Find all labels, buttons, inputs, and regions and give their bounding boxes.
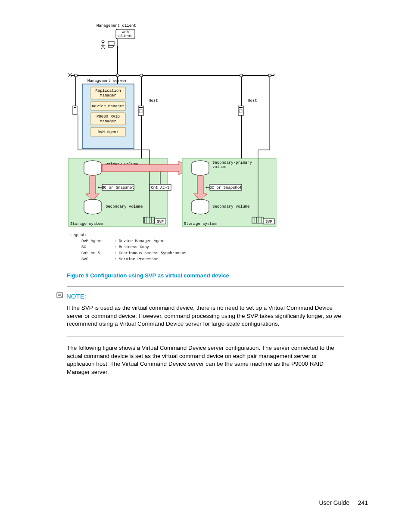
- storage-right-label: Storage system: [184, 222, 217, 226]
- svg-rect-37: [240, 109, 242, 113]
- legend-v1: : Business Copy: [114, 245, 149, 249]
- legend-v0: : Device Manager Agent: [114, 239, 165, 243]
- svg-rect-46: [143, 217, 155, 223]
- svg-text:Manager: Manager: [100, 119, 116, 124]
- sec-right-label: Secondary volume: [212, 205, 249, 209]
- legend-title: Legend:: [70, 233, 87, 237]
- figure-caption: Figure 9 Configuration using SVP as virt…: [67, 272, 411, 279]
- divider-bottom: [67, 336, 344, 336]
- note-icon: [56, 291, 64, 301]
- secprim-l2: volume: [212, 165, 226, 169]
- footer-label: User Guide: [319, 499, 349, 506]
- svg-text:Device Manager: Device Manager: [92, 104, 125, 109]
- svg-text:Manager: Manager: [100, 93, 116, 98]
- svg-text:DvM Agent: DvM Agent: [98, 130, 119, 134]
- host1-label: Host: [149, 99, 158, 103]
- svg-rect-66: [57, 292, 62, 298]
- svg-rect-31: [139, 107, 143, 108]
- svg-rect-32: [140, 109, 142, 113]
- secprim-l1: Secondary-primary: [212, 161, 252, 165]
- web-client-l2: client: [118, 34, 132, 38]
- sec-left-label: Secondary volume: [106, 205, 143, 209]
- legend-k3: SVP: [81, 257, 88, 261]
- page-footer: User Guide 241: [319, 499, 368, 506]
- svg-rect-13: [240, 74, 243, 77]
- body-paragraph: The following figure shows a Virtual Com…: [67, 344, 344, 376]
- legend-k2: Cnt Ac-S: [81, 251, 100, 255]
- svp-left: SVP: [157, 220, 164, 224]
- note-label: NOTE:: [66, 292, 86, 300]
- divider-top: [67, 286, 344, 287]
- server-icon: [73, 77, 77, 115]
- svg-rect-2: [108, 41, 114, 46]
- svg-point-44: [98, 187, 100, 188]
- bc-left-label: BC or Snapshot: [102, 186, 134, 190]
- svg-point-1: [102, 40, 104, 43]
- mgmt-client-label: Management client: [97, 24, 136, 28]
- bc-right-label: BC or Snapshot: [209, 186, 242, 190]
- svg-rect-14: [268, 74, 271, 77]
- svp-right: SVP: [265, 220, 272, 224]
- storage-left-label: Storage system: [70, 222, 103, 226]
- svg-rect-12: [140, 74, 143, 77]
- legend-k0: DvM Agent: [81, 239, 103, 243]
- svg-rect-11: [116, 74, 119, 77]
- svg-rect-10: [75, 74, 77, 77]
- legend-k1: BC: [81, 245, 86, 249]
- svg-rect-36: [239, 107, 243, 108]
- svg-rect-27: [74, 107, 76, 108]
- host2-label: Host: [248, 99, 257, 103]
- cnt-acs-label: Cnt Ac-S: [151, 186, 169, 190]
- architecture-diagram: Management client Web client Management …: [67, 22, 278, 267]
- svg-text:P9000 RAID: P9000 RAID: [97, 115, 120, 119]
- svg-rect-61: [252, 217, 263, 223]
- legend-v2: : Continuous Access Synchronous: [114, 251, 186, 255]
- legend-v3: : Service Processor: [114, 257, 159, 261]
- mgmt-server-label: Management server: [87, 79, 127, 83]
- svg-point-59: [206, 187, 207, 188]
- page-number: 241: [358, 499, 368, 506]
- note-body: If the SVP is used as the virtual comman…: [67, 304, 344, 328]
- svg-text:Replication: Replication: [95, 89, 121, 93]
